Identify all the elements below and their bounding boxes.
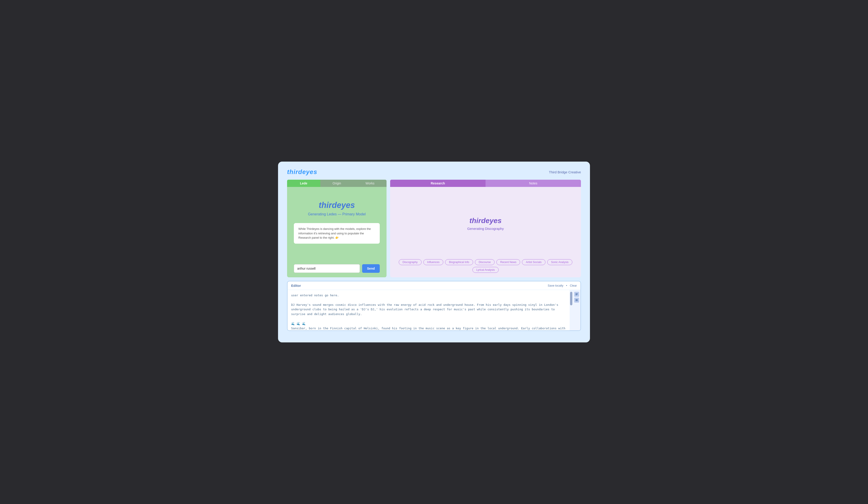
editor-sidebar-icons — [573, 290, 580, 330]
screen: thirdeyes Third Bridge Creative Lede Ori… — [278, 162, 590, 342]
right-tabs-bar: Research Notes — [390, 180, 581, 187]
info-box: While Thirdeyes is dancing with the mode… — [294, 223, 380, 244]
editor-actions: Save locally • Clear — [548, 284, 577, 287]
tab-lede[interactable]: Lede — [287, 180, 320, 187]
clear-button[interactable]: Clear — [570, 284, 577, 287]
main-layout: Lede Origin Works thirdeyes Generating L… — [287, 180, 581, 277]
editor-icon-top[interactable] — [574, 292, 579, 297]
editor-icon-bottom[interactable] — [574, 298, 579, 302]
research-generating-label: Generating Discography — [467, 227, 504, 230]
svg-rect-3 — [576, 299, 578, 300]
left-panel: Lede Origin Works thirdeyes Generating L… — [287, 180, 386, 277]
app-logo: thirdeyes — [287, 168, 317, 176]
left-tabs-bar: Lede Origin Works — [287, 180, 386, 187]
svg-rect-2 — [576, 295, 577, 295]
tag-influences[interactable]: Influences — [423, 259, 444, 265]
tab-research[interactable]: Research — [390, 180, 486, 187]
generating-label: Generating Ledes — Primary Model — [308, 212, 365, 216]
send-button[interactable]: Send — [362, 264, 380, 273]
tag-biographical-info[interactable]: Biographical Info — [445, 259, 473, 265]
svg-rect-1 — [576, 294, 578, 295]
tag-discography[interactable]: Discography — [399, 259, 422, 265]
tab-works[interactable]: Works — [353, 180, 386, 187]
right-content: thirdeyes Generating Discography Discogr… — [390, 187, 581, 277]
editor-scrollbar-thumb — [570, 292, 572, 305]
svg-rect-0 — [576, 294, 578, 294]
save-locally-button[interactable]: Save locally — [548, 284, 563, 287]
editor-body — [288, 290, 580, 330]
brand-name: Third Bridge Creative — [549, 170, 581, 174]
header: thirdeyes Third Bridge Creative — [287, 168, 581, 176]
editor-header: Editor Save locally • Clear — [288, 281, 580, 290]
tags-row: Discography Influences Biographical Info… — [395, 256, 576, 273]
tag-discourse[interactable]: Discourse — [475, 259, 495, 265]
editor-dot: • — [566, 284, 567, 287]
tab-notes[interactable]: Notes — [486, 180, 581, 187]
research-logo: thirdeyes — [469, 216, 502, 225]
research-main: thirdeyes Generating Discography — [395, 192, 576, 256]
editor-panel: Editor Save locally • Clear — [287, 281, 581, 331]
editor-title: Editor — [291, 284, 301, 288]
center-logo: thirdeyes — [319, 200, 355, 210]
svg-rect-5 — [576, 301, 578, 301]
editor-scrollbar[interactable] — [570, 290, 573, 330]
tag-recent-news[interactable]: Recent News — [496, 259, 520, 265]
tag-lyrical-analysis[interactable]: Lyrical Analysis — [473, 267, 499, 273]
tab-origin[interactable]: Origin — [320, 180, 353, 187]
input-row: Send — [294, 260, 380, 273]
svg-rect-4 — [576, 300, 578, 300]
editor-textarea[interactable] — [288, 290, 570, 330]
search-input[interactable] — [294, 264, 360, 273]
left-content: thirdeyes Generating Ledes — Primary Mod… — [287, 187, 386, 277]
right-panel: Research Notes thirdeyes Generating Disc… — [390, 180, 581, 277]
tag-artist-socials[interactable]: Artist Socials — [522, 259, 545, 265]
tag-sonic-analysis[interactable]: Sonic Analysis — [547, 259, 572, 265]
